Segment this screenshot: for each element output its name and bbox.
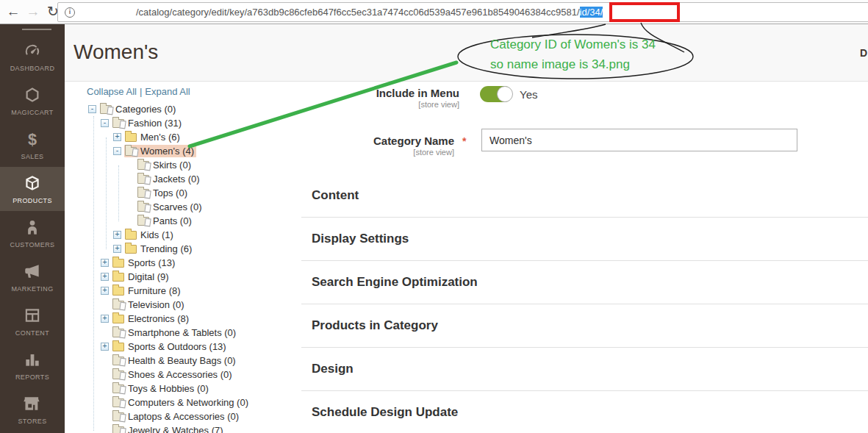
folder-icon: [112, 315, 124, 323]
tree-node[interactable]: +Electronics (8): [87, 312, 329, 326]
tree-node[interactable]: Television (0): [87, 298, 329, 312]
tree-node-content[interactable]: Television (0): [112, 298, 187, 311]
section-label: Content: [312, 188, 359, 203]
tree-node-content[interactable]: Scarves (0): [137, 201, 204, 213]
tree-node[interactable]: +Sports (13): [87, 256, 329, 270]
sidebar-item-dashboard[interactable]: DASHBOARD: [0, 35, 65, 79]
category-name-label: Category Name [store view]: [309, 135, 454, 157]
section-search-engine-optimization[interactable]: Search Engine Optimization: [301, 261, 868, 304]
tree-node[interactable]: Laptops & Accessories (0): [87, 409, 329, 423]
tree-node-content[interactable]: Electronics (8): [112, 312, 191, 325]
tree-node[interactable]: Pants (0): [87, 214, 329, 228]
tree-node-content[interactable]: Digital (9): [112, 271, 171, 283]
tree-node[interactable]: Shoes & Accessories (0): [87, 368, 329, 382]
section-label: Display Settings: [312, 232, 409, 246]
expand-plus-icon[interactable]: +: [101, 287, 109, 295]
tree-node[interactable]: +Men's (6): [87, 130, 329, 144]
sidebar-item-reports[interactable]: REPORTS: [0, 343, 65, 387]
sidebar-item-label: STORES: [0, 418, 65, 425]
section-products-in-category[interactable]: Products in Category: [301, 304, 868, 348]
section-display-settings[interactable]: Display Settings: [301, 218, 868, 261]
address-bar[interactable]: i /catalog/category/edit/key/a763db9c86c…: [57, 2, 868, 22]
sidebar-item-stores[interactable]: STORES: [0, 387, 65, 432]
tree-node[interactable]: Toys & Hobbies (0): [87, 382, 329, 396]
tree-node-content[interactable]: Computers & Networking (0): [112, 396, 251, 409]
tree-node-label: Shoes & Accessories (0): [128, 369, 232, 380]
browser-back-icon[interactable]: ←: [4, 1, 22, 22]
main-content: Women's D Collapse All|Expand All -Categ…: [65, 24, 868, 433]
tree-node-content[interactable]: Jewelry & Watches (7): [112, 424, 226, 433]
tree-node-content[interactable]: Sports (13): [112, 257, 177, 269]
sidebar-item-content[interactable]: CONTENT: [0, 299, 65, 343]
tree-node-content[interactable]: Laptops & Accessories (0): [112, 410, 241, 423]
tree-node[interactable]: Jewelry & Watches (7): [87, 423, 329, 433]
tree-node-content[interactable]: Jackets (0): [137, 173, 202, 185]
section-design[interactable]: Design: [301, 348, 868, 391]
tree-node[interactable]: +Kids (1): [87, 228, 329, 242]
tree-node-content[interactable]: Categories (0): [99, 103, 178, 115]
tree-node[interactable]: -Categories (0): [87, 102, 329, 116]
tree-node[interactable]: +Trending (6): [87, 242, 329, 256]
category-name-label-text: Category Name: [309, 135, 454, 147]
expand-plus-icon[interactable]: +: [113, 231, 121, 239]
tree-node-content[interactable]: Pants (0): [137, 215, 194, 227]
tree-node[interactable]: Smartphone & Tablets (0): [87, 326, 329, 340]
sidebar-item-label: CUSTOMERS: [0, 241, 65, 248]
tree-node-content[interactable]: Toys & Hobbies (0): [112, 382, 211, 395]
tree-node-content[interactable]: Skirts (0): [137, 159, 193, 171]
expand-all-link[interactable]: Expand All: [145, 86, 190, 97]
tree-node[interactable]: Computers & Networking (0): [87, 396, 329, 409]
collapse-all-link[interactable]: Collapse All: [87, 86, 137, 97]
sidebar-item-sales[interactable]: $SALES: [0, 123, 65, 167]
sidebar-item-marketing[interactable]: MARKETING: [0, 255, 65, 299]
sidebar-item-customers[interactable]: CUSTOMERS: [0, 211, 65, 255]
section-schedule-design-update[interactable]: Schedule Design Update: [301, 391, 868, 433]
expand-plus-icon[interactable]: +: [113, 245, 121, 253]
tree-node-content[interactable]: Fashion (31): [112, 117, 184, 129]
toggle-state-label: Yes: [520, 88, 537, 101]
tree-node-content[interactable]: Health & Beauty Bags (0): [112, 354, 238, 367]
collapse-minus-icon[interactable]: -: [113, 147, 121, 155]
url-text[interactable]: /catalog/category/edit/key/a763db9c86cfe…: [136, 7, 603, 18]
sales-icon: $: [23, 129, 42, 148]
tree-node[interactable]: -Fashion (31): [87, 116, 329, 130]
folder-icon: [112, 426, 124, 433]
section-content[interactable]: Content: [301, 174, 868, 218]
cutoff-button-d[interactable]: D: [860, 47, 867, 59]
tree-node-content[interactable]: Tops (0): [137, 187, 190, 199]
sidebar-item-magiccart[interactable]: MAGICCART: [0, 79, 65, 123]
tree-node[interactable]: +Digital (9): [87, 270, 329, 284]
expand-plus-icon[interactable]: +: [101, 273, 109, 281]
tree-node[interactable]: Scarves (0): [87, 200, 329, 214]
tree-node-content[interactable]: Smartphone & Tablets (0): [112, 326, 238, 339]
expand-plus-icon[interactable]: +: [101, 315, 109, 323]
tree-node[interactable]: Jackets (0): [87, 172, 329, 186]
tree-node[interactable]: Skirts (0): [87, 158, 329, 172]
tree-node-content[interactable]: Women's (4): [124, 145, 196, 157]
collapse-minus-icon[interactable]: -: [88, 105, 96, 113]
tree-node-content[interactable]: Men's (6): [124, 131, 182, 143]
tree-node[interactable]: +Furniture (8): [87, 284, 329, 298]
expand-plus-icon[interactable]: +: [101, 343, 109, 351]
expand-plus-icon[interactable]: +: [113, 133, 121, 141]
tree-links: Collapse All|Expand All: [87, 86, 329, 97]
expand-plus-icon[interactable]: +: [101, 259, 109, 267]
products-icon: [23, 173, 42, 193]
tree-node[interactable]: -Women's (4): [87, 144, 329, 158]
tree-node[interactable]: Tops (0): [87, 186, 329, 200]
sidebar-item-products[interactable]: PRODUCTS: [0, 167, 65, 211]
browser-forward-icon[interactable]: →: [24, 1, 42, 22]
tree-node-content[interactable]: Furniture (8): [112, 285, 183, 297]
collapse-minus-icon[interactable]: -: [101, 119, 109, 127]
tree-node-content[interactable]: Shoes & Accessories (0): [112, 368, 234, 381]
tree-node-content[interactable]: Trending (6): [124, 243, 194, 255]
page-info-icon[interactable]: i: [65, 7, 75, 18]
sidebar-item-label: PRODUCTS: [0, 197, 65, 204]
category-name-input[interactable]: [481, 129, 797, 151]
tree-node[interactable]: Health & Beauty Bags (0): [87, 354, 329, 368]
tree-guide-line: [106, 137, 107, 249]
tree-node-content[interactable]: Kids (1): [124, 229, 176, 241]
include-in-menu-toggle[interactable]: [480, 86, 512, 102]
tree-node-content[interactable]: Sports & Outdoors (13): [112, 340, 229, 353]
tree-node[interactable]: +Sports & Outdoors (13): [87, 340, 329, 354]
